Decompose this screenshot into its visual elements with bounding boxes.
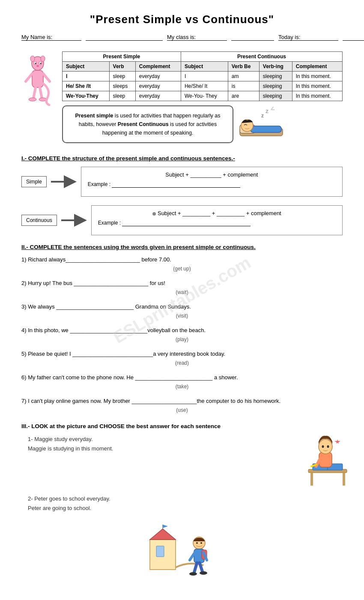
cell-verb-simple: sleep [109, 91, 135, 101]
section1-title: I.- COMPLETE the structure of the presen… [21, 155, 343, 162]
section3-title: III.- LOOK at the picture and CHOOSE the… [21, 423, 343, 429]
name-field[interactable] [86, 34, 163, 41]
today-field[interactable] [343, 34, 364, 41]
info-text: Present simple is used for activities th… [75, 113, 220, 136]
svg-point-30 [327, 445, 329, 448]
sentence-hint-3: (visit) [21, 312, 343, 320]
cell-be-cont: is [228, 81, 259, 91]
svg-text:Z: Z [271, 107, 275, 111]
sleeping-image: z z Z [238, 107, 285, 142]
class-field[interactable] [231, 34, 274, 41]
sentence-item-2: 2) Hurry up! The bus ___________________… [21, 279, 343, 297]
svg-rect-17 [251, 126, 281, 132]
svg-point-41 [200, 542, 202, 544]
simple-arrow [51, 175, 77, 188]
svg-text:z: z [266, 108, 269, 114]
cell-subj-simple: I [63, 72, 110, 81]
cell-comp-simple: everyday [135, 91, 181, 101]
continuous-formula-box: Subject + _________ + _________ + comple… [91, 205, 343, 235]
sentence-hint-5: (read) [21, 359, 343, 367]
svg-point-28 [319, 439, 332, 454]
svg-point-47 [200, 571, 207, 575]
section2: II.- COMPLETE the sentences using the wo… [21, 244, 343, 414]
name-label: My Name is: [21, 34, 81, 41]
svg-point-1 [30, 56, 35, 62]
continuous-arrow [61, 214, 87, 227]
today-label: Today is: [278, 34, 338, 41]
grammar-row: I sleep everyday I am sleeping In this m… [63, 72, 343, 81]
svg-rect-24 [343, 473, 345, 486]
sentence-text-7: 7) I can't play online games now. My bro… [21, 398, 280, 404]
svg-line-11 [33, 87, 36, 99]
svg-point-2 [41, 56, 45, 62]
col-complement-continuous: Complement [292, 62, 342, 72]
sentence-item-1: 1) Richard always_______________________… [21, 255, 343, 273]
svg-rect-23 [310, 473, 313, 486]
svg-point-5 [35, 63, 36, 64]
svg-marker-33 [334, 439, 340, 444]
choice-2b: Peter are going to school. [21, 504, 343, 513]
svg-point-7 [36, 65, 39, 67]
svg-line-12 [40, 87, 42, 99]
continuous-example: Example : [98, 220, 336, 226]
col-subject-continuous: Subject [181, 62, 228, 72]
simple-label: Simple [21, 176, 47, 187]
continuous-label: Continuous [21, 215, 57, 226]
svg-rect-35 [156, 546, 164, 557]
sentence-text-2: 2) Hurry up! The bus ___________________… [21, 280, 165, 286]
col-subject-simple: Subject [63, 62, 110, 72]
sentence-hint-4: (play) [21, 336, 343, 344]
cell-ing-cont: sleeping [259, 81, 292, 91]
intro-section: Present Simple Present Continuous Subjec… [21, 51, 343, 147]
cell-comp-cont: In this moment. [292, 81, 342, 91]
grammar-section: Present Simple Present Continuous Subjec… [62, 51, 343, 147]
cell-verb-simple: sleeps [109, 81, 135, 91]
sentence-item-3: 3) We always _________________________ G… [21, 303, 343, 320]
cell-subj-simple: We-You-They [63, 91, 110, 101]
sentence-hint-1: (get up) [21, 265, 343, 273]
svg-text:z: z [261, 113, 264, 119]
sentence-hint-7: (use) [21, 406, 343, 414]
sentence-hint-6: (take) [21, 383, 343, 391]
section3-content: 1- Maggie study everyday. Maggie is stud… [21, 435, 343, 518]
svg-point-13 [29, 98, 36, 101]
svg-marker-38 [163, 525, 168, 528]
continuous-structure-block: Continuous Subject + _________ + _______… [21, 205, 343, 235]
svg-point-6 [40, 63, 42, 64]
sentence-text-3: 3) We always _________________________ G… [21, 303, 191, 310]
info-box: Present simple is used for activities th… [62, 105, 233, 143]
info-row: Present simple is used for activities th… [62, 101, 343, 147]
sentences-container: 1) Richard always_______________________… [21, 255, 343, 414]
simple-formula-box: Subject + __________ + complement Exampl… [81, 167, 343, 197]
simple-structure-block: Simple Subject + __________ + complement… [21, 167, 343, 197]
cell-verb-simple: sleep [109, 72, 135, 81]
grammar-table: Present Simple Present Continuous Subjec… [62, 51, 343, 101]
cell-comp-cont: In this moment. [292, 72, 342, 81]
sentence-hint-2: (wait) [21, 288, 343, 297]
svg-marker-36 [150, 529, 176, 540]
sentence-text-1: 1) Richard always_______________________… [21, 256, 171, 263]
class-label: My class is: [167, 34, 227, 41]
simple-example: Example : [88, 181, 336, 188]
cell-subj-cont: We-You- They [181, 91, 228, 101]
svg-rect-8 [32, 70, 43, 87]
choice-item-2: 2- Peter goes to school everyday. Peter … [21, 494, 343, 513]
section3-sentences: 1- Maggie study everyday. Maggie is stud… [21, 435, 343, 518]
svg-point-29 [322, 445, 324, 448]
page-title: "Present Simple vs Continuous" [21, 13, 343, 26]
col-verb-simple: Verb [109, 62, 135, 72]
section1: I.- COMPLETE the structure of the presen… [21, 155, 343, 235]
svg-point-46 [189, 572, 197, 576]
col-complement-simple: Complement [135, 62, 181, 72]
sentence-text-4: 4) In this photo, we ___________________… [21, 327, 206, 333]
col-verbBe-continuous: Verb Be [228, 62, 259, 72]
sentence-text-6: 6) My father can't come to the phone now… [21, 374, 238, 381]
sentence-item-7: 7) I can't play online games now. My bro… [21, 397, 343, 414]
cell-ing-cont: sleeping [259, 72, 292, 81]
grammar-row: He/ She /It sleeps everyday He/She/ It i… [63, 81, 343, 91]
continuous-formula: Subject + _________ + _________ + comple… [98, 210, 336, 216]
section2-title: II.- COMPLETE the sentences using the wo… [21, 244, 343, 250]
cell-comp-cont: In this moment. [292, 91, 342, 101]
present-continuous-header: Present Continuous [181, 52, 342, 62]
cell-be-cont: am [228, 72, 259, 81]
